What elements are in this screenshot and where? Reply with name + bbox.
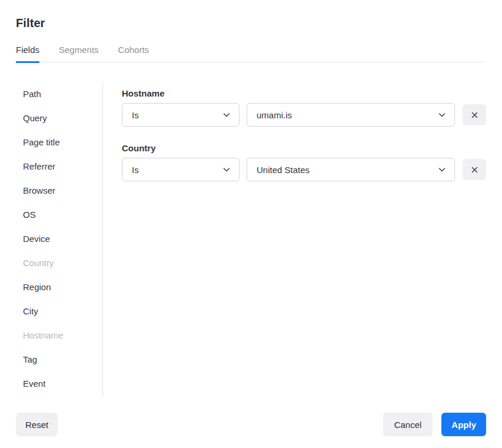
operator-select[interactable]: Is xyxy=(122,158,240,181)
sidebar-item-referrer[interactable]: Referrer xyxy=(16,154,102,178)
value-select-value: umami.is xyxy=(257,110,292,120)
tab-fields[interactable]: Fields xyxy=(16,45,39,63)
sidebar-item-city[interactable]: City xyxy=(16,299,102,323)
filter-group-hostname: Hostname Is umami.is xyxy=(122,88,486,127)
chevron-down-icon xyxy=(222,110,231,120)
sidebar-item-event[interactable]: Event xyxy=(16,371,102,396)
close-icon xyxy=(470,111,479,120)
close-icon xyxy=(470,165,479,174)
sidebar-item-hostname: Hostname xyxy=(16,323,102,347)
sidebar-item-os[interactable]: OS xyxy=(16,203,102,227)
operator-select-value: Is xyxy=(132,165,139,175)
value-select-value: United States xyxy=(257,165,310,175)
dialog-footer: Reset Cancel Apply xyxy=(16,413,486,436)
operator-select[interactable]: Is xyxy=(122,103,240,127)
apply-button[interactable]: Apply xyxy=(441,413,486,436)
chevron-down-icon xyxy=(222,165,231,174)
sidebar-item-region[interactable]: Region xyxy=(16,275,102,299)
field-list: Path Query Page title Referrer Browser O… xyxy=(16,82,103,396)
chevron-down-icon xyxy=(437,165,447,174)
operator-select-value: Is xyxy=(132,110,139,120)
remove-filter-button[interactable] xyxy=(463,159,486,180)
reset-button[interactable]: Reset xyxy=(16,413,58,436)
sidebar-item-query[interactable]: Query xyxy=(16,106,102,130)
sidebar-item-tag[interactable]: Tag xyxy=(16,347,102,371)
remove-filter-button[interactable] xyxy=(463,104,486,125)
value-select[interactable]: United States xyxy=(247,158,455,181)
dialog-title: Filter xyxy=(16,16,486,30)
sidebar-item-path[interactable]: Path xyxy=(16,82,102,106)
filter-field-label: Hostname xyxy=(122,88,486,98)
filter-field-label: Country xyxy=(122,143,486,153)
filter-row: Is umami.is xyxy=(122,103,486,127)
active-filters: Hostname Is umami.is xyxy=(103,82,486,396)
sidebar-item-device[interactable]: Device xyxy=(16,227,102,251)
value-select[interactable]: umami.is xyxy=(247,103,455,127)
sidebar-item-browser[interactable]: Browser xyxy=(16,178,102,203)
filter-row: Is United States xyxy=(122,158,486,181)
tab-segments[interactable]: Segments xyxy=(59,45,99,63)
sidebar-item-page-title[interactable]: Page title xyxy=(16,130,102,154)
cancel-button[interactable]: Cancel xyxy=(383,413,433,436)
tab-bar: Fields Segments Cohorts xyxy=(16,45,486,62)
sidebar-item-country: Country xyxy=(16,251,102,275)
tab-cohorts[interactable]: Cohorts xyxy=(118,45,149,63)
dialog-body: Path Query Page title Referrer Browser O… xyxy=(16,82,486,396)
chevron-down-icon xyxy=(437,110,447,120)
filter-dialog: Filter Fields Segments Cohorts Path Quer… xyxy=(0,0,502,448)
filter-group-country: Country Is United States xyxy=(122,143,486,181)
